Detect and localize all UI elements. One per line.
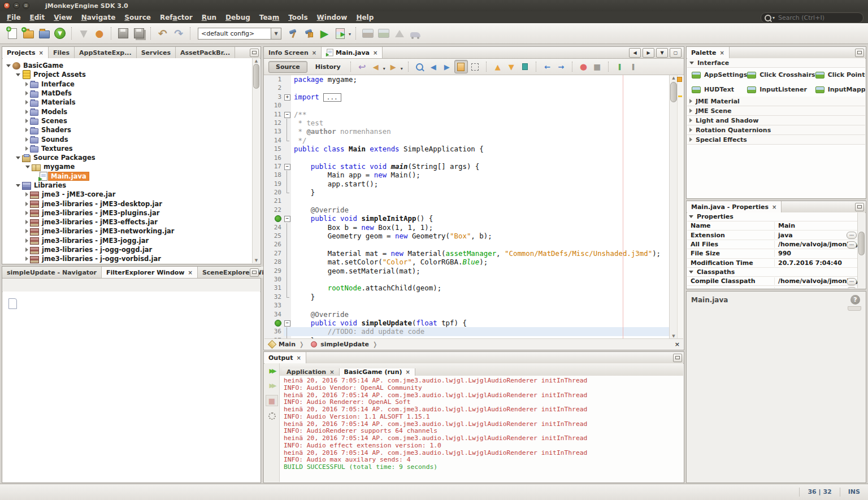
tree-item-interface[interactable]: Interface xyxy=(3,80,260,89)
expand-icon[interactable] xyxy=(25,211,28,215)
font-creator-button[interactable] xyxy=(392,26,407,41)
editor-scrollbar[interactable]: ▲ ▼ xyxy=(669,75,678,339)
tree-item-materials[interactable]: Materials xyxy=(3,98,260,107)
maximize-editor-icon[interactable]: ▢ xyxy=(670,48,682,58)
next-bookmark-button[interactable]: ▼ xyxy=(505,60,518,73)
fold-expand-icon[interactable]: + xyxy=(284,93,291,101)
tab-services[interactable]: Services xyxy=(137,47,176,58)
expand-icon[interactable] xyxy=(25,256,28,261)
expand-icon[interactable] xyxy=(25,146,28,151)
expand-icon[interactable] xyxy=(25,202,28,206)
maximize-window-button[interactable]: ▫ xyxy=(23,2,29,9)
tree-item-sounds[interactable]: Sounds xyxy=(3,134,260,144)
clean-and-build-button[interactable] xyxy=(301,26,316,41)
output-minimize-icon[interactable] xyxy=(673,354,682,362)
new-file-button[interactable]: + xyxy=(5,26,20,41)
close-icon[interactable]: × xyxy=(329,369,334,375)
shift-right-button[interactable]: → xyxy=(555,60,567,73)
find-selection-button[interactable] xyxy=(414,60,426,73)
undo-button[interactable]: ↶ xyxy=(155,26,170,41)
expand-icon[interactable] xyxy=(25,220,28,224)
shift-left-button[interactable]: ← xyxy=(541,60,554,73)
expand-icon[interactable] xyxy=(25,137,28,142)
code-editor[interactable]: 1package mygame;23+import...1011−/**12 *… xyxy=(264,75,683,339)
source-view-button[interactable]: Source xyxy=(268,61,307,73)
find-next-button[interactable]: ▶ xyxy=(441,60,453,73)
scroll-tabs-right-icon[interactable]: ▶ xyxy=(643,48,654,58)
fold-collapse-icon[interactable]: − xyxy=(284,110,291,119)
quick-search[interactable]: ▾ xyxy=(761,12,863,23)
tree-item-jme3-libraries-jme3-plugins-jar[interactable]: jme3-libraries - jME3-plugins.jar xyxy=(3,208,260,218)
scroll-up-icon[interactable]: ▲ xyxy=(253,59,260,63)
tab-list-dropdown-icon[interactable]: ▼ xyxy=(656,48,668,58)
minimize-window-button[interactable]: – xyxy=(13,2,20,9)
expand-icon[interactable] xyxy=(25,238,28,243)
collapse-icon[interactable] xyxy=(689,271,693,273)
menu-navigate[interactable]: Navigate xyxy=(77,12,120,23)
palette-category-light-and-shadow[interactable]: Light and Shadow xyxy=(687,116,865,125)
tree-item-jme3-libraries-jme3-jogg-jar[interactable]: jme3-libraries - jME3-jogg.jar xyxy=(3,236,260,245)
collapse-icon[interactable] xyxy=(689,62,694,64)
expand-icon[interactable] xyxy=(689,137,692,142)
menu-debug[interactable]: Debug xyxy=(221,12,255,23)
close-icon[interactable]: × xyxy=(373,50,377,56)
navigator-minimize-icon[interactable] xyxy=(250,268,259,277)
error-stripe[interactable] xyxy=(677,75,683,339)
tree-item-matdefs[interactable]: MatDefs xyxy=(3,89,260,98)
tab-properties[interactable]: Main.java - Properties× xyxy=(687,201,782,212)
tree-item-jme3-libraries-j-ogg-vorbisd-jar[interactable]: jme3-libraries - j-ogg-vorbisd.jar xyxy=(3,254,260,263)
close-icon[interactable]: × xyxy=(188,269,193,276)
save-all-button[interactable] xyxy=(132,26,146,41)
navigator-content[interactable] xyxy=(3,292,260,482)
menu-tools[interactable]: Tools xyxy=(284,12,312,23)
palette-category-interface[interactable]: Interface xyxy=(687,58,865,68)
expand-icon[interactable] xyxy=(25,128,28,132)
tree-item-source-packages[interactable]: Source Packages xyxy=(3,153,260,162)
tab-files[interactable]: Files xyxy=(49,47,75,58)
collapsed-import-box[interactable]: ... xyxy=(323,93,341,102)
property-row-modification-time[interactable]: Modification Time20.7.2016 7:04:40 xyxy=(687,259,858,268)
uncomment-button[interactable]: ∥ xyxy=(627,60,640,73)
property-row-extension[interactable]: Extensionjava... xyxy=(687,231,858,240)
new-project-button[interactable]: + xyxy=(21,26,36,41)
help-icon[interactable]: ? xyxy=(850,295,860,305)
save-button[interactable] xyxy=(116,26,131,41)
warning-mark-icon[interactable] xyxy=(678,95,682,97)
menu-run[interactable]: Run xyxy=(197,12,221,23)
palette-category-rotation-quaternions[interactable]: Rotation Quaternions xyxy=(687,125,865,135)
menu-window[interactable]: Window xyxy=(313,12,352,23)
rerun-button[interactable]: ▶▶ xyxy=(266,366,277,376)
scroll-up-icon[interactable]: ▲ xyxy=(670,76,678,80)
scroll-down-icon[interactable]: ▼ xyxy=(670,334,678,338)
open-project-button[interactable] xyxy=(37,26,51,41)
tree-item-jme3-libraries-jme3-desktop-jar[interactable]: jme3-libraries - jME3-desktop.jar xyxy=(3,199,260,208)
close-icon[interactable]: × xyxy=(406,369,410,375)
output-log[interactable]: heinä 20, 2016 7:05:14 AP. com.jme3.audi… xyxy=(280,376,683,482)
tree-item-models[interactable]: Models xyxy=(3,107,260,116)
palette-category-special-effects[interactable]: Special Effects xyxy=(687,135,865,145)
projects-tree[interactable]: BasicGameProject AssetsInterfaceMatDefsM… xyxy=(3,58,260,263)
property-group-properties[interactable]: Properties xyxy=(687,212,858,221)
property-row-compile-classpath[interactable]: Compile Classpath/home/valvoja/jmonkeypl… xyxy=(687,277,858,286)
close-icon[interactable]: × xyxy=(296,355,301,361)
terrain-editor-button[interactable] xyxy=(361,26,375,41)
record-macro-button[interactable]: ● xyxy=(578,60,590,73)
scroll-tabs-left-icon[interactable]: ◀ xyxy=(629,48,641,58)
find-previous-button[interactable]: ◀ xyxy=(427,60,440,73)
tree-item-basicgame[interactable]: BasicGame xyxy=(3,61,260,70)
import-model-button[interactable]: ▼ xyxy=(76,26,91,41)
blender-button[interactable]: ● xyxy=(92,26,107,41)
ellipsis-button[interactable]: ... xyxy=(847,278,857,285)
tab-assetpackbr-[interactable]: AssetPackBr... xyxy=(176,47,235,58)
close-icon[interactable]: × xyxy=(772,204,776,210)
vehicle-creator-button[interactable] xyxy=(408,26,423,41)
properties-scrollbar[interactable] xyxy=(857,212,865,288)
expand-icon[interactable] xyxy=(689,108,692,113)
previous-bookmark-button[interactable]: ▲ xyxy=(492,60,504,73)
breadcrumb-simpleupdate[interactable]: simpleUpdate❭ xyxy=(310,341,381,348)
tree-item-scenes[interactable]: Scenes xyxy=(3,116,260,125)
properties-minimize-icon[interactable] xyxy=(855,203,864,211)
collapse-icon[interactable] xyxy=(16,156,20,159)
tree-item-jme3-libraries-jme3-networking-jar[interactable]: jme3-libraries - jME3-networking.jar xyxy=(3,227,260,236)
run-button[interactable]: ▶ xyxy=(317,26,332,41)
